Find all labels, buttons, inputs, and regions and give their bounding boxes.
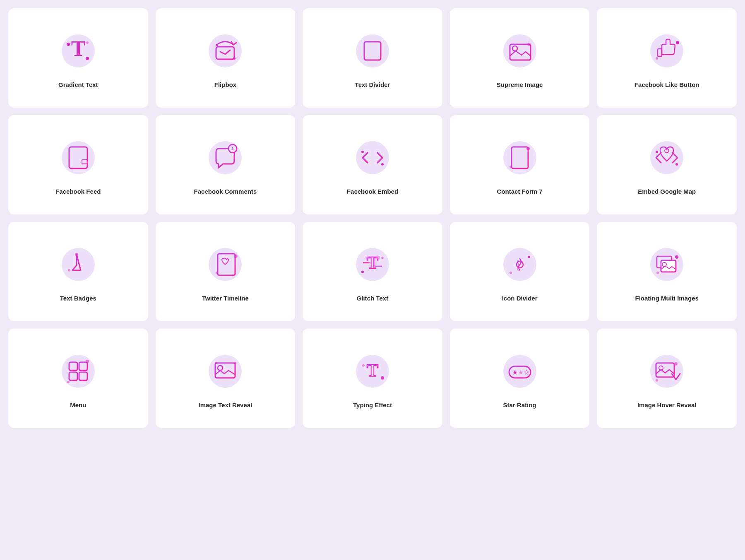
svg-point-68: [381, 257, 384, 259]
card-label-gradient-text: Gradient Text: [58, 81, 98, 89]
svg-point-108: [674, 362, 678, 365]
card-image-text-reveal[interactable]: Image Text Reveal: [156, 329, 296, 428]
widget-grid: T Gradient Text Flipbox Text Divider: [8, 8, 737, 428]
card-facebook-feed[interactable]: Facebook Feed: [8, 115, 148, 214]
svg-point-37: [361, 151, 364, 153]
svg-point-23: [62, 141, 95, 174]
card-facebook-like-button[interactable]: Facebook Like Button: [597, 8, 737, 108]
svg-text:T: T: [368, 252, 380, 271]
typing-effect-icon: T: [352, 351, 393, 392]
card-label-facebook-embed: Facebook Embed: [347, 187, 398, 196]
card-facebook-comments[interactable]: 1 Facebook Comments: [156, 115, 296, 214]
menu-icon: [58, 351, 99, 392]
svg-text:★: ★: [518, 369, 524, 376]
svg-point-3: [86, 57, 89, 60]
supreme-image-icon: [499, 30, 541, 72]
card-image-hover-reveal[interactable]: Image Hover Reveal: [597, 329, 737, 428]
svg-point-60: [234, 255, 238, 258]
card-label-supreme-image: Supreme Image: [497, 81, 543, 89]
card-supreme-image[interactable]: Supreme Image: [450, 8, 590, 108]
svg-point-45: [526, 147, 530, 150]
svg-point-55: [68, 269, 70, 272]
svg-point-54: [75, 253, 78, 256]
card-label-text-divider: Text Divider: [355, 81, 390, 89]
card-label-flipbox: Flipbox: [214, 81, 236, 89]
svg-point-5: [209, 34, 242, 67]
svg-point-98: [381, 376, 384, 380]
card-label-contact-form-7: Contact Form 7: [497, 187, 543, 196]
svg-point-47: [650, 141, 683, 174]
svg-point-99: [362, 364, 365, 367]
svg-text:★: ★: [512, 369, 518, 376]
card-twitter-timeline[interactable]: Twitter Timeline: [156, 222, 296, 321]
card-icon-divider[interactable]: Icon Divider: [450, 222, 590, 321]
svg-text:1: 1: [231, 146, 234, 151]
svg-point-73: [528, 256, 530, 258]
card-label-embed-google-map: Embed Google Map: [638, 187, 696, 196]
star-rating-icon: ★ ★ ★: [499, 351, 541, 392]
facebook-feed-icon: [58, 137, 99, 178]
svg-point-67: [361, 271, 364, 273]
svg-point-2: [67, 43, 70, 46]
card-label-star-rating: Star Rating: [503, 401, 536, 409]
svg-point-7: [216, 44, 218, 46]
card-label-facebook-feed: Facebook Feed: [55, 187, 101, 196]
flipbox-icon: [204, 30, 246, 72]
svg-point-50: [675, 163, 678, 166]
card-embed-google-map[interactable]: Embed Google Map: [597, 115, 737, 214]
svg-point-46: [509, 166, 512, 168]
svg-point-88: [67, 381, 70, 383]
card-label-glitch-text: Glitch Text: [357, 294, 388, 303]
svg-point-15: [503, 34, 536, 67]
svg-point-22: [656, 57, 658, 60]
svg-point-81: [656, 272, 659, 274]
card-label-facebook-comments: Facebook Comments: [194, 187, 257, 196]
card-flipbox[interactable]: Flipbox: [156, 8, 296, 108]
card-gradient-text[interactable]: T Gradient Text: [8, 8, 148, 108]
google-map-icon: [646, 137, 687, 178]
svg-point-93: [234, 362, 236, 364]
text-divider-icon: [352, 30, 393, 72]
svg-point-4: [86, 41, 89, 44]
svg-point-80: [675, 255, 678, 259]
card-menu[interactable]: Menu: [8, 329, 148, 428]
card-label-typing-effect: Typing Effect: [353, 401, 392, 409]
card-label-floating-multi-images: Floating Multi Images: [635, 294, 699, 303]
card-facebook-embed[interactable]: Facebook Embed: [303, 115, 442, 214]
facebook-embed-icon: [352, 137, 393, 178]
card-typing-effect[interactable]: T Typing Effect: [303, 329, 442, 428]
svg-point-74: [509, 272, 512, 274]
card-floating-multi-images[interactable]: Floating Multi Images: [597, 222, 737, 321]
svg-point-49: [656, 151, 658, 153]
card-label-twitter-timeline: Twitter Timeline: [202, 294, 249, 303]
card-label-facebook-like-button: Facebook Like Button: [634, 81, 699, 89]
card-contact-form-7[interactable]: Contact Form 7: [450, 115, 590, 214]
svg-point-35: [356, 141, 389, 174]
svg-point-18: [527, 43, 531, 46]
image-text-reveal-icon: [204, 351, 246, 392]
facebook-comments-icon: 1: [204, 137, 246, 178]
card-label-icon-divider: Icon Divider: [502, 294, 538, 303]
facebook-like-icon: [646, 30, 687, 72]
card-label-image-text-reveal: Image Text Reveal: [198, 401, 252, 409]
card-text-badges[interactable]: Text Badges: [8, 222, 148, 321]
card-star-rating[interactable]: ★ ★ ★ Star Rating: [450, 329, 590, 428]
floating-images-icon: [646, 244, 687, 285]
svg-point-87: [86, 360, 89, 363]
svg-point-38: [381, 163, 384, 166]
svg-point-94: [215, 362, 217, 364]
card-text-divider[interactable]: Text Divider: [303, 8, 442, 108]
card-glitch-text[interactable]: T T Glitch Text: [303, 222, 442, 321]
svg-point-8: [233, 57, 236, 60]
card-label-text-badges: Text Badges: [60, 294, 96, 303]
svg-point-51: [62, 248, 95, 281]
twitter-timeline-icon: [204, 244, 246, 285]
svg-point-89: [209, 355, 242, 388]
card-label-menu: Menu: [70, 401, 86, 409]
glitch-text-icon: T T: [352, 244, 393, 285]
image-hover-reveal-icon: [646, 351, 687, 392]
card-label-image-hover-reveal: Image Hover Reveal: [637, 401, 697, 409]
svg-point-82: [62, 355, 95, 388]
contact-form-icon: [499, 137, 541, 178]
svg-point-39: [503, 141, 536, 174]
